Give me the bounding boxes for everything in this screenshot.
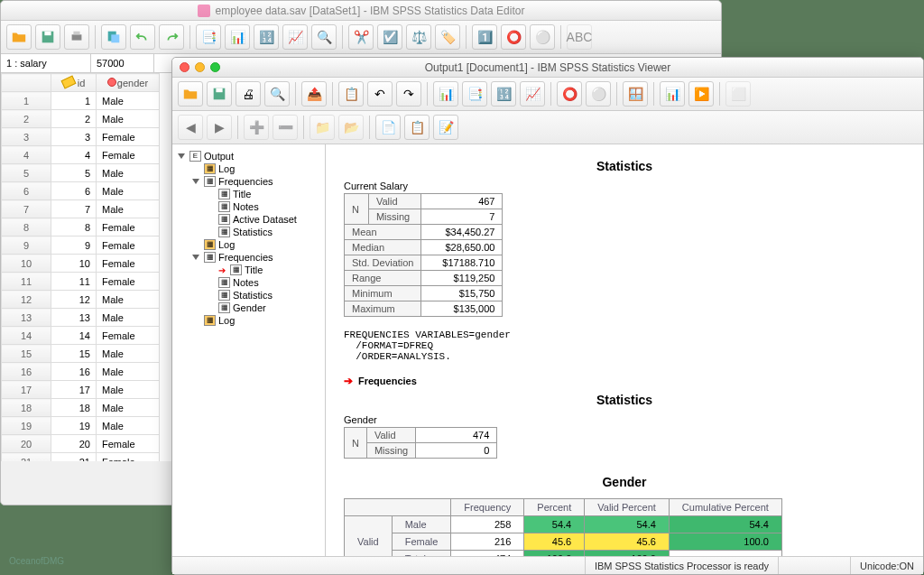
collapse-icon[interactable]: 📂 xyxy=(338,115,364,140)
data-row[interactable]: 44Female xyxy=(2,146,160,164)
goto-case-icon[interactable]: 📑 xyxy=(462,81,487,107)
data-row[interactable]: 1616Male xyxy=(2,363,160,381)
spellcheck-icon[interactable]: ABC xyxy=(567,24,592,50)
goto-data-icon[interactable]: 📊 xyxy=(433,81,458,107)
cell-value[interactable]: 57000 xyxy=(91,54,154,72)
outline-item[interactable]: ▦Active Dataset xyxy=(174,213,323,226)
data-row[interactable]: 22Male xyxy=(2,110,160,128)
split-file-icon[interactable]: ✂️ xyxy=(348,24,374,50)
svg-rect-2 xyxy=(72,34,82,40)
data-row[interactable]: 1717Male xyxy=(2,381,160,399)
outline-item[interactable]: ▦Title xyxy=(174,188,323,200)
outline-root[interactable]: EOutput xyxy=(174,150,323,162)
data-row[interactable]: 1414Female xyxy=(2,327,160,345)
outline-pane[interactable]: EOutput ▦Log▦Frequencies▦Title▦Notes▦Act… xyxy=(172,144,326,556)
data-row[interactable]: 1111Female xyxy=(2,273,160,291)
outline-item[interactable]: ➔▦Title xyxy=(174,264,323,276)
outline-item[interactable]: ▦Statistics xyxy=(174,226,323,238)
recall-dialog-icon[interactable]: 📋 xyxy=(338,81,364,107)
data-row[interactable]: 1818Male xyxy=(2,399,160,417)
run-desc-icon[interactable]: 📈 xyxy=(282,24,308,50)
editor-toolbar: 📑 📊 🔢 📈 🔍 ✂️ ☑️ ⚖️ 🏷️ 1️⃣ ⭕ ⚪ ABC xyxy=(1,21,721,54)
export-icon[interactable]: 📤 xyxy=(301,81,327,107)
variables-icon[interactable]: 🔢 xyxy=(491,81,516,107)
sets-icon[interactable]: ⭕ xyxy=(501,24,526,50)
expand-icon[interactable]: 📁 xyxy=(310,115,335,140)
statistics-heading-2: Statistics xyxy=(344,393,905,407)
show-labels-icon[interactable]: 1️⃣ xyxy=(472,24,497,50)
outline-item[interactable]: ▦Log xyxy=(174,162,323,175)
print-icon[interactable] xyxy=(64,24,89,50)
gender-row: Female21645.645.6100.0 xyxy=(345,533,782,551)
data-row[interactable]: 2020Female xyxy=(2,435,160,453)
status-unicode: Unicode:ON xyxy=(850,557,923,574)
data-row[interactable]: 66Male xyxy=(2,182,160,200)
col-id[interactable]: id xyxy=(51,74,97,92)
redo-icon[interactable]: ↷ xyxy=(396,81,421,107)
show-icon[interactable]: 📄 xyxy=(375,115,401,140)
undo-icon[interactable]: ↶ xyxy=(367,81,393,107)
redo-icon[interactable] xyxy=(159,24,184,50)
demote-icon[interactable]: ➖ xyxy=(273,115,298,140)
sets-icon[interactable]: ⭕ xyxy=(557,81,582,107)
data-row[interactable]: 1010Female xyxy=(2,255,160,273)
outline-item[interactable]: ▦Frequencies xyxy=(174,251,323,264)
data-row[interactable]: 88Female xyxy=(2,218,160,236)
data-row[interactable]: 11Male xyxy=(2,92,160,110)
preview-icon[interactable]: 🔍 xyxy=(264,81,290,107)
data-row[interactable]: 77Male xyxy=(2,200,160,218)
variables-icon[interactable]: 🔢 xyxy=(254,24,279,50)
output-viewer-window: Output1 [Document1] - IBM SPSS Statistic… xyxy=(171,57,924,575)
promote-icon[interactable]: ➕ xyxy=(244,115,269,140)
outline-item[interactable]: ▦Statistics xyxy=(174,289,323,301)
editor-title-text: employee data.sav [DataSet1] - IBM SPSS … xyxy=(216,5,525,17)
cell-ref: 1 : salary xyxy=(1,54,91,72)
custom-icon[interactable]: ⚪ xyxy=(530,24,555,50)
salary-statistics-table: Current Salary NValid467 Missing7 Mean$3… xyxy=(344,179,503,317)
select-last-icon[interactable]: 📈 xyxy=(520,81,545,107)
outline-item[interactable]: ▦Notes xyxy=(174,276,323,289)
data-row[interactable]: 55Male xyxy=(2,164,160,182)
outline-item[interactable]: ▦Log xyxy=(174,238,323,251)
custom-icon[interactable]: ⚪ xyxy=(586,81,611,107)
outline-item[interactable]: ▦Log xyxy=(174,314,323,327)
open-icon[interactable] xyxy=(178,81,203,107)
output-content-pane[interactable]: Statistics Current Salary NValid467 Miss… xyxy=(326,144,923,556)
viewer-title-text: Output1 [Document1] - IBM SPSS Statistic… xyxy=(172,61,923,74)
weight-icon[interactable]: ⚖️ xyxy=(406,24,431,50)
print-icon[interactable]: 🖨 xyxy=(236,81,261,107)
goto-case-icon[interactable]: 📑 xyxy=(196,24,221,50)
dim-icon[interactable]: ⬜ xyxy=(725,81,751,107)
data-row[interactable]: 1515Male xyxy=(2,345,160,363)
data-row[interactable]: 1212Male xyxy=(2,291,160,309)
data-row[interactable]: 99Female xyxy=(2,236,160,255)
back-icon[interactable]: ◀ xyxy=(178,115,203,140)
designate-window-icon[interactable]: 🪟 xyxy=(623,81,648,107)
forward-icon[interactable]: ▶ xyxy=(207,115,232,140)
outline-item[interactable]: ▦Notes xyxy=(174,200,323,213)
undo-icon[interactable] xyxy=(130,24,155,50)
insert-heading-icon[interactable]: 📝 xyxy=(433,115,458,140)
create-graph-icon[interactable]: 📊 xyxy=(660,81,685,107)
open-icon[interactable] xyxy=(6,24,32,50)
recall-dialog-icon[interactable] xyxy=(101,24,126,50)
viewer-titlebar[interactable]: Output1 [Document1] - IBM SPSS Statistic… xyxy=(172,58,923,78)
viewer-toolbar-2: ◀ ▶ ➕ ➖ 📁 📂 📄 📋 📝 xyxy=(172,111,923,144)
save-icon[interactable] xyxy=(207,81,232,107)
find-icon[interactable]: 🔍 xyxy=(311,24,337,50)
goto-var-icon[interactable]: 📊 xyxy=(225,24,250,50)
value-labels-icon[interactable]: 🏷️ xyxy=(435,24,460,50)
save-icon[interactable] xyxy=(35,24,60,50)
data-row[interactable]: 33Female xyxy=(2,128,160,146)
select-cases-icon[interactable]: ☑️ xyxy=(377,24,402,50)
col-gender[interactable]: gender xyxy=(97,74,160,92)
hide-icon[interactable]: 📋 xyxy=(404,115,430,140)
data-row[interactable]: 2121Female xyxy=(2,453,160,462)
data-row[interactable]: 1313Male xyxy=(2,309,160,327)
data-row[interactable]: 1919Male xyxy=(2,417,160,435)
outline-item[interactable]: ▦Frequencies xyxy=(174,175,323,188)
outline-item[interactable]: ▦Gender xyxy=(174,301,323,314)
run-script-icon[interactable]: ▶️ xyxy=(688,81,714,107)
svg-rect-7 xyxy=(216,88,222,93)
scale-icon xyxy=(60,75,76,88)
